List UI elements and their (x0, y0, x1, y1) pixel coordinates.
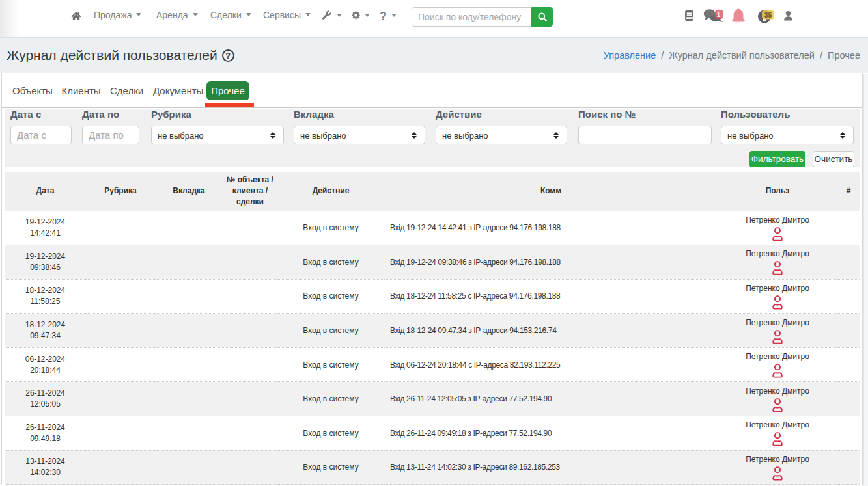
svg-text:35: 35 (764, 10, 772, 18)
svg-text:1: 1 (717, 10, 721, 18)
